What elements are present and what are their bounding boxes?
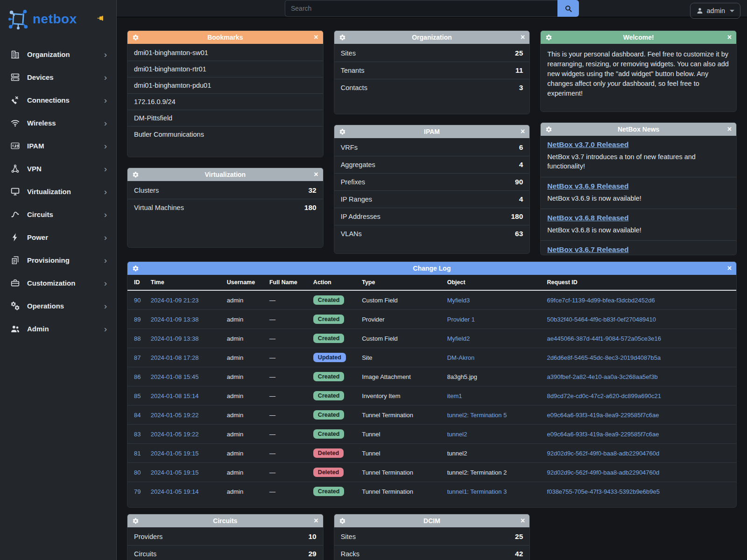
organization-header[interactable]: Organization × — [334, 31, 530, 44]
close-icon[interactable]: × — [518, 517, 525, 525]
changelog-id-link[interactable]: 90 — [127, 290, 147, 310]
changelog-id-link[interactable]: 84 — [127, 406, 147, 425]
sidebar-item[interactable]: Devices › — [0, 66, 116, 89]
changelog-id-link[interactable]: 86 — [127, 367, 147, 386]
bookmarks-header[interactable]: Bookmarks × — [127, 31, 323, 44]
changelog-object[interactable]: 8a3gh5.jpg — [444, 367, 543, 386]
sidebar-item[interactable]: Admin › — [0, 317, 116, 340]
gear-icon[interactable] — [132, 518, 139, 525]
changelog-id-link[interactable]: 89 — [127, 310, 147, 329]
stat-row[interactable]: Providers 10 — [127, 528, 323, 546]
changelog-request-id-link[interactable]: 50b32f40-5464-4f9c-b83f-0ef270489410 — [543, 310, 736, 329]
changelog-object[interactable]: tunnel2: Termination 2 — [444, 463, 543, 482]
news-link[interactable]: NetBox v3.6.9 Released — [547, 182, 628, 190]
user-menu-button[interactable]: admin — [690, 3, 741, 19]
changelog-object[interactable]: Myfield2 — [444, 329, 543, 348]
bookmark-item[interactable]: dmi01-binghamton-rtr01 — [127, 61, 323, 77]
stat-row[interactable]: VLANs 63 — [334, 225, 530, 242]
changelog-time-link[interactable]: 2024-01-05 19:14 — [147, 482, 223, 501]
bookmark-item[interactable]: Butler Communications — [127, 126, 323, 142]
logo[interactable]: netbox — [0, 0, 116, 36]
changelog-time-link[interactable]: 2024-01-09 21:23 — [147, 290, 223, 310]
close-icon[interactable]: × — [725, 126, 732, 133]
gear-icon[interactable] — [339, 128, 346, 135]
stat-row[interactable]: IP Addresses 180 — [334, 208, 530, 225]
stat-row[interactable]: Sites 25 — [334, 528, 530, 546]
sidebar-item[interactable]: Organization › — [0, 43, 116, 66]
changelog-id-link[interactable]: 88 — [127, 329, 147, 348]
gear-icon[interactable] — [545, 34, 552, 41]
changelog-id-link[interactable]: 85 — [127, 386, 147, 406]
sidebar-item[interactable]: Virtualization › — [0, 180, 116, 203]
sidebar-item[interactable]: Provisioning › — [0, 249, 116, 272]
close-icon[interactable]: × — [518, 128, 525, 135]
news-link[interactable]: NetBox v3.6.7 Released — [547, 245, 628, 254]
bookmark-item[interactable]: dmi01-binghamton-pdu01 — [127, 77, 323, 93]
bookmark-item[interactable]: DM-Pittsfield — [127, 110, 323, 126]
changelog-id-link[interactable]: 83 — [127, 425, 147, 444]
changelog-time-link[interactable]: 2024-01-09 13:38 — [147, 310, 223, 329]
ipam-header[interactable]: IPAM × — [334, 125, 530, 138]
changelog-request-id-link[interactable]: a390fbef-2a82-4e10-aa0a-3c268aa5ef3b — [543, 367, 736, 386]
bookmark-item[interactable]: 172.16.0.9/24 — [127, 93, 323, 110]
changelog-time-link[interactable]: 2024-01-05 19:15 — [147, 463, 223, 482]
news-link[interactable]: NetBox v3.6.8 Released — [547, 214, 628, 222]
changelog-object[interactable]: tunnel2 — [444, 444, 543, 463]
stat-row[interactable]: Sites 25 — [334, 45, 530, 62]
sidebar-item[interactable]: Connections › — [0, 89, 116, 112]
changelog-time-link[interactable]: 2024-01-05 19:22 — [147, 425, 223, 444]
close-icon[interactable]: × — [518, 34, 525, 41]
gear-icon[interactable] — [339, 518, 346, 525]
changelog-request-id-link[interactable]: 8d9cd72e-cd0c-47c2-a620-dc899a690c21 — [543, 386, 736, 406]
changelog-request-id-link[interactable]: e09c64a6-93f3-419a-8ea9-229585f7c6ae — [543, 425, 736, 444]
sidebar-item[interactable]: IPAM › — [0, 134, 116, 157]
virtualization-header[interactable]: Virtualization × — [127, 168, 323, 181]
changelog-time-link[interactable]: 2024-01-08 17:28 — [147, 348, 223, 367]
changelog-object[interactable]: tunnel1: Termination 3 — [444, 482, 543, 501]
sidebar-item[interactable]: Power › — [0, 226, 116, 249]
changelog-time-link[interactable]: 2024-01-08 15:14 — [147, 386, 223, 406]
welcome-header[interactable]: Welcome! × — [541, 31, 736, 44]
changelog-id-link[interactable]: 87 — [127, 348, 147, 367]
changelog-time-link[interactable]: 2024-01-08 15:45 — [147, 367, 223, 386]
changelog-request-id-link[interactable]: 2d6d6e8f-5465-45dc-8ec3-2019d4087b5a — [543, 348, 736, 367]
news-header[interactable]: NetBox News × — [541, 123, 736, 136]
circuits-header[interactable]: Circuits × — [127, 514, 323, 527]
stat-row[interactable]: Prefixes 90 — [334, 173, 530, 190]
changelog-object[interactable]: Provider 1 — [444, 310, 543, 329]
close-icon[interactable]: × — [725, 265, 732, 272]
changelog-object[interactable]: DM-Akron — [444, 348, 543, 367]
search-input[interactable] — [285, 0, 557, 17]
news-link[interactable]: NetBox v3.7.0 Released — [547, 140, 628, 149]
changelog-request-id-link[interactable]: 92d02d9c-562f-49f0-baa8-adb22904760d — [543, 463, 736, 482]
stat-row[interactable]: Racks 42 — [334, 546, 530, 560]
sidebar-item[interactable]: Circuits › — [0, 203, 116, 226]
changelog-time-link[interactable]: 2024-01-05 19:22 — [147, 406, 223, 425]
changelog-request-id-link[interactable]: e09c64a6-93f3-419a-8ea9-229585f7c6ae — [543, 406, 736, 425]
stat-row[interactable]: Tenants 11 — [334, 62, 530, 79]
sidebar-item[interactable]: Wireless › — [0, 112, 116, 134]
gear-icon[interactable] — [132, 34, 139, 41]
dcim-header[interactable]: DCIM × — [334, 514, 530, 527]
changelog-object[interactable]: Myfield3 — [444, 290, 543, 310]
changelog-request-id-link[interactable]: 69fce7cf-1139-4d99-bfea-f3dcbd2452d6 — [543, 290, 736, 310]
stat-row[interactable]: VRFs 6 — [334, 139, 530, 156]
stat-row[interactable]: Circuits 29 — [127, 546, 323, 560]
changelog-time-link[interactable]: 2024-01-05 19:15 — [147, 444, 223, 463]
bookmark-item[interactable]: dmi01-binghamton-sw01 — [127, 45, 323, 61]
gear-icon[interactable] — [339, 34, 346, 41]
changelog-request-id-link[interactable]: 92d02d9c-562f-49f0-baa8-adb22904760d — [543, 444, 736, 463]
close-icon[interactable]: × — [725, 34, 732, 41]
sidebar-item[interactable]: VPN › — [0, 157, 116, 180]
close-icon[interactable]: × — [311, 517, 318, 525]
changelog-request-id-link[interactable]: ae445066-387d-44f1-9084-572a05ce3e16 — [543, 329, 736, 348]
sidebar-item[interactable]: Customization › — [0, 272, 116, 294]
changelog-time-link[interactable]: 2024-01-09 13:38 — [147, 329, 223, 348]
close-icon[interactable]: × — [311, 34, 318, 41]
gear-icon[interactable] — [132, 171, 139, 178]
change-log-header[interactable]: Change Log × — [127, 262, 736, 275]
stat-row[interactable]: Aggregates 4 — [334, 156, 530, 173]
gear-icon[interactable] — [132, 265, 139, 272]
stat-row[interactable]: Clusters 32 — [127, 182, 323, 199]
changelog-id-link[interactable]: 79 — [127, 482, 147, 501]
